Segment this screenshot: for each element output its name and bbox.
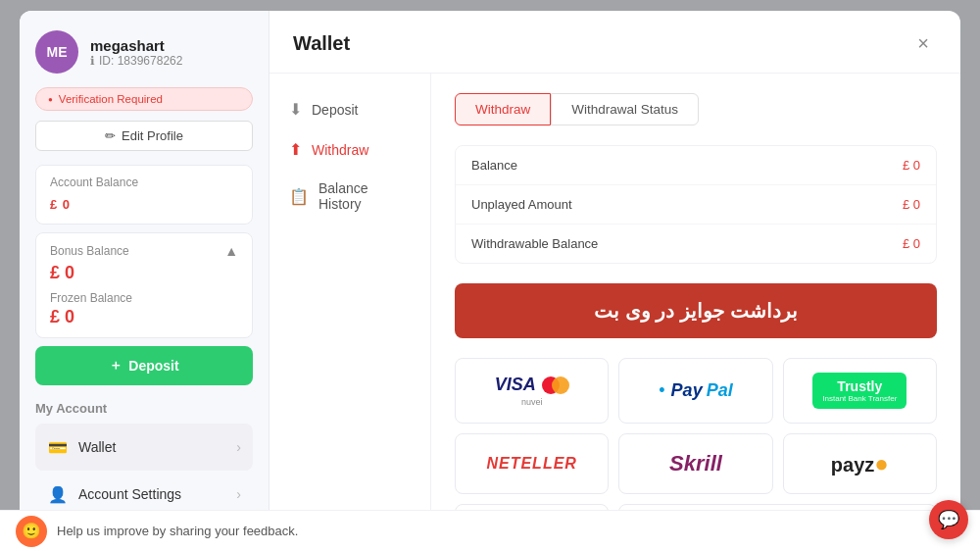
withdrawable-value: £ 0 (903, 236, 920, 251)
plus-icon: ＋ (109, 357, 122, 375)
chevron-right-icon: › (236, 439, 241, 455)
edit-icon: ✏ (105, 128, 116, 143)
user-info: megashart ℹ ID: 1839678262 (90, 37, 182, 68)
verification-badge: Verification Required (35, 87, 253, 111)
panel-title: Wallet (293, 32, 350, 55)
chat-button[interactable]: 💬 (929, 500, 968, 539)
avatar: ME (35, 30, 78, 74)
payz-logo: payz● (831, 450, 889, 477)
balance-row-balance: Balance £ 0 (456, 146, 936, 185)
modal-overlay: ME megashart ℹ ID: 1839678262 Verificati… (0, 0, 980, 551)
sidebar: ME megashart ℹ ID: 1839678262 Verificati… (20, 11, 270, 540)
feedback-text: Help us improve by sharing your feedback… (57, 524, 298, 538)
frozen-balance-amount: £ 0 (50, 307, 238, 327)
my-account-label: My Account (35, 401, 253, 416)
wallet-label: Wallet (78, 439, 116, 455)
panel-content-area: ⬇ Deposit ⬆ Withdraw 📋 Balance History (270, 74, 960, 540)
bonus-balance-amount: £ 0 (50, 263, 238, 283)
visa-logo: VISA (495, 375, 536, 395)
deposit-nav-label: Deposit (312, 102, 358, 118)
payment-card-visa[interactable]: VISA nuvei (455, 358, 609, 424)
balance-info-table: Balance £ 0 Unplayed Amount £ 0 Withdraw… (455, 145, 937, 264)
user-id: ℹ ID: 1839678262 (90, 54, 182, 68)
chevron-up-icon: ▲ (224, 243, 238, 259)
info-icon: ℹ (90, 54, 95, 68)
trustly-logo: Trustly Instant Bank Transfer (812, 373, 906, 409)
payment-card-skrill[interactable]: Skrill (618, 433, 772, 494)
main-modal: ME megashart ℹ ID: 1839678262 Verificati… (20, 11, 960, 540)
frozen-balance-label: Frozen Balance (50, 291, 238, 305)
deposit-button[interactable]: ＋ Deposit (35, 346, 253, 385)
payment-card-trustly[interactable]: Trustly Instant Bank Transfer (783, 358, 937, 424)
edit-profile-button[interactable]: ✏ Edit Profile (35, 121, 253, 151)
account-balance-card: Account Balance £ 0 (35, 165, 253, 225)
balance-row-label: Balance (471, 158, 517, 173)
account-settings-icon: 👤 (47, 483, 69, 505)
payment-card-paypal[interactable]: • PayPal (618, 358, 772, 424)
user-section: ME megashart ℹ ID: 1839678262 (35, 30, 253, 74)
username: megashart (90, 37, 182, 54)
account-balance-amount: £ 0 (50, 191, 238, 214)
deposit-icon: ⬇ (289, 100, 302, 119)
nav-item-withdraw[interactable]: ⬆ Withdraw (270, 129, 430, 170)
wallet-icon: 💳 (47, 436, 69, 458)
tab-withdrawal-status[interactable]: Withdrawal Status (551, 93, 699, 125)
chevron-right-icon-2: › (236, 486, 241, 502)
balance-history-nav-label: Balance History (318, 180, 411, 212)
withdraw-nav-label: Withdraw (312, 142, 368, 158)
unplayed-value: £ 0 (903, 197, 920, 212)
skrill-logo: Skrill (669, 451, 722, 476)
balance-row-withdrawable: Withdrawable Balance £ 0 (456, 225, 936, 263)
payment-card-neteller[interactable]: NETELLER (455, 433, 609, 494)
account-settings-label: Account Settings (78, 486, 181, 502)
bonus-balance-label: Bonus Balance (50, 244, 129, 258)
feedback-bar: 🙂 Help us improve by sharing your feedba… (0, 510, 980, 551)
neteller-logo: NETELLER (486, 455, 576, 473)
bonus-card: Bonus Balance ▲ £ 0 Frozen Balance £ 0 (35, 232, 253, 338)
main-panel: Wallet × ⬇ Deposit ⬆ Withdraw 📋 (270, 11, 960, 540)
mastercard-logo (542, 376, 569, 394)
panel-header: Wallet × (270, 11, 960, 74)
withdraw-icon: ⬆ (289, 140, 302, 159)
unplayed-label: Unplayed Amount (471, 197, 572, 212)
paypal-logo: • PayPal (659, 380, 732, 401)
balance-row-unplayed: Unplayed Amount £ 0 (456, 185, 936, 225)
promo-banner: برداشت جوایز در وی بت (455, 283, 937, 338)
nav-item-balance-history[interactable]: 📋 Balance History (270, 170, 430, 223)
tab-row: Withdraw Withdrawal Status (455, 93, 937, 125)
withdrawable-label: Withdrawable Balance (471, 236, 598, 251)
nuvei-sub-text: nuvei (521, 397, 543, 407)
promo-text: برداشت جوایز در وی بت (594, 299, 797, 323)
tab-withdraw[interactable]: Withdraw (455, 93, 551, 125)
sidebar-item-wallet[interactable]: 💳 Wallet › (35, 424, 253, 471)
feedback-icon: 🙂 (16, 516, 47, 547)
nav-item-deposit[interactable]: ⬇ Deposit (270, 89, 430, 129)
balance-history-icon: 📋 (289, 187, 309, 206)
currency-symbol: £ (50, 197, 61, 212)
account-balance-label: Account Balance (50, 175, 238, 189)
panel-nav: ⬇ Deposit ⬆ Withdraw 📋 Balance History (270, 74, 431, 540)
balance-row-value: £ 0 (903, 158, 920, 173)
panel-body: Withdraw Withdrawal Status Balance £ 0 U… (431, 74, 960, 540)
close-button[interactable]: × (909, 28, 937, 59)
payment-card-payz[interactable]: payz● (783, 433, 937, 494)
